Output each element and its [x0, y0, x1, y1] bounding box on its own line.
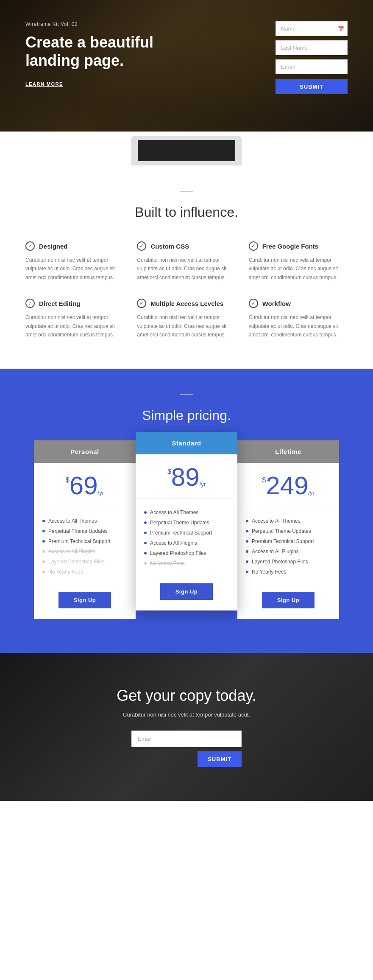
price-period-personal: /yr: [98, 490, 104, 496]
card-header-standard: Standard: [136, 432, 237, 454]
check-icon: ✓: [25, 299, 35, 308]
features-list-lifetime: Access to All Themes Perpetual Theme Upd…: [237, 507, 339, 585]
laptop-shape: [131, 136, 242, 165]
price-currency-lifetime: $: [262, 476, 266, 484]
cta-email-input[interactable]: [131, 731, 242, 747]
laptop-screen: [138, 140, 235, 161]
feature-header: ✓ Workflow: [249, 299, 348, 308]
feature-desc: Curabitur non nisi nec velit at tempor v…: [137, 256, 236, 282]
feature-text: No Yearly Fees: [150, 560, 184, 566]
plan-name-standard: Standard: [143, 440, 230, 447]
price-period-lifetime: /yr: [308, 490, 314, 496]
feature-item-disabled: No Yearly Fees: [144, 558, 229, 568]
feature-desc: Curabitur non nisi nec velit at tempor v…: [25, 256, 124, 282]
feature-desc: Curabitur non nisi nec velit at tempor v…: [249, 313, 348, 339]
feature-header: ✓ Direct Editing: [25, 299, 124, 308]
bullet-icon: [42, 530, 45, 532]
feature-text: Premium Technical Support: [252, 538, 314, 544]
check-icon: ✓: [137, 241, 146, 251]
feature-designed: ✓ Designed Curabitur non nisi nec velit …: [25, 241, 124, 282]
section-divider: [180, 191, 193, 192]
check-icon: ✓: [25, 241, 35, 251]
bullet-icon: [246, 530, 248, 532]
feature-desc: Curabitur non nisi nec velit at tempor v…: [249, 256, 348, 282]
feature-text: Layered Photoshop Files: [150, 550, 206, 556]
feature-google-fonts: ✓ Free Google Fonts Curabitur non nisi n…: [249, 241, 348, 282]
bullet-icon-disabled: [42, 560, 45, 563]
feature-desc: Curabitur non nisi nec velit at tempor v…: [25, 313, 124, 339]
bullet-icon: [42, 540, 45, 543]
feature-name: Workflow: [262, 300, 291, 307]
feature-direct-editing: ✓ Direct Editing Curabitur non nisi nec …: [25, 299, 124, 339]
cta-title: Get your copy today.: [25, 687, 348, 705]
feature-access-levels: ✓ Multiple Access Leveles Curabitur non …: [137, 299, 236, 339]
plan-name-lifetime: Lifetime: [245, 448, 331, 455]
feature-header: ✓ Custom CSS: [137, 241, 236, 251]
price-currency-standard: $: [167, 468, 171, 476]
cta-content: Get your copy today. Curabitur non nisi …: [25, 687, 348, 767]
pricing-title: Simple pricing.: [25, 408, 348, 423]
pricing-card-lifetime: Lifetime $249/yr Access to All Themes Pe…: [237, 440, 339, 619]
email-input[interactable]: [276, 59, 348, 74]
feature-text: Perpetual Theme Updates: [252, 528, 311, 534]
feature-text: Layered Photoshop Files: [252, 559, 308, 565]
feature-item: Access to All Themes: [42, 516, 127, 526]
plan-name-personal: Personal: [42, 448, 128, 455]
pricing-card-personal: Personal $69/yr Access to All Themes Per…: [34, 440, 136, 619]
name-input[interactable]: [276, 21, 348, 36]
price-currency-personal: $: [66, 476, 70, 484]
signup-button-lifetime[interactable]: Sign Up: [262, 592, 315, 608]
learn-more-link[interactable]: LEARN MORE: [25, 81, 63, 87]
hero-form: 📅 SUBMIT: [276, 21, 348, 94]
bullet-icon: [246, 560, 248, 563]
feature-item: Access to All Themes: [144, 507, 229, 518]
bullet-icon-disabled: [144, 562, 147, 565]
feature-text: No Yearly Fees: [252, 569, 286, 575]
signup-button-standard[interactable]: Sign Up: [160, 583, 213, 600]
hero-title: Create a beautiful landing page.: [25, 33, 170, 70]
feature-text: Access to All Themes: [150, 510, 199, 515]
price-amount-standard: 89: [171, 463, 200, 491]
feature-item: Perpetual Theme Updates: [246, 526, 331, 536]
check-icon: ✓: [249, 299, 258, 308]
feature-item: Perpetual Theme Updates: [144, 518, 229, 528]
feature-text: Access to All Plugins: [150, 540, 197, 546]
bullet-icon: [246, 520, 248, 522]
hero-section: Wireframe Kit Vol. 02 Create a beautiful…: [0, 0, 373, 132]
card-footer-standard: Sign Up: [136, 577, 237, 610]
feature-name: Free Google Fonts: [262, 243, 319, 250]
cta-submit-button[interactable]: SUBMIT: [198, 751, 242, 767]
cta-form: SUBMIT: [131, 731, 242, 767]
signup-button-personal[interactable]: Sign Up: [58, 592, 111, 608]
feature-name: Multiple Access Leveles: [150, 300, 223, 307]
feature-header: ✓ Free Google Fonts: [249, 241, 348, 251]
cta-subtitle: Curabitur non nisi nec velit at tempor v…: [25, 711, 348, 718]
feature-item: Premium Technical Support: [246, 536, 331, 546]
hero-submit-button[interactable]: SUBMIT: [276, 79, 348, 94]
feature-workflow: ✓ Workflow Curabitur non nisi nec velit …: [249, 299, 348, 339]
feature-item-disabled: No Yearly Fees: [42, 567, 127, 577]
price-area-personal: $69/yr: [34, 463, 136, 507]
feature-item: Perpetual Theme Updates: [42, 526, 127, 536]
bullet-icon-disabled: [42, 550, 45, 553]
card-footer-personal: Sign Up: [34, 585, 136, 619]
feature-text: Premium Technical Support: [150, 530, 212, 536]
feature-item: Access to All Plugins: [246, 546, 331, 557]
feature-text: Perpetual Theme Updates: [150, 520, 209, 526]
feature-name: Custom CSS: [150, 243, 189, 250]
card-header-personal: Personal: [34, 440, 136, 463]
pricing-cards: Personal $69/yr Access to All Themes Per…: [25, 440, 348, 619]
feature-custom-css: ✓ Custom CSS Curabitur non nisi nec veli…: [137, 241, 236, 282]
feature-item: Premium Technical Support: [42, 536, 127, 546]
feature-name: Direct Editing: [39, 300, 81, 307]
bullet-icon: [246, 540, 248, 543]
price-area-standard: $89/yr: [136, 454, 237, 499]
hero-bottom-decoration: [0, 132, 373, 165]
feature-text: Access to All Themes: [48, 518, 97, 524]
pricing-divider: [180, 394, 193, 395]
bullet-icon: [42, 520, 45, 522]
check-icon: ✓: [137, 299, 146, 308]
lastname-input[interactable]: [276, 40, 348, 55]
features-list-personal: Access to All Themes Perpetual Theme Upd…: [34, 507, 136, 585]
features-list-standard: Access to All Themes Perpetual Theme Upd…: [136, 499, 237, 577]
